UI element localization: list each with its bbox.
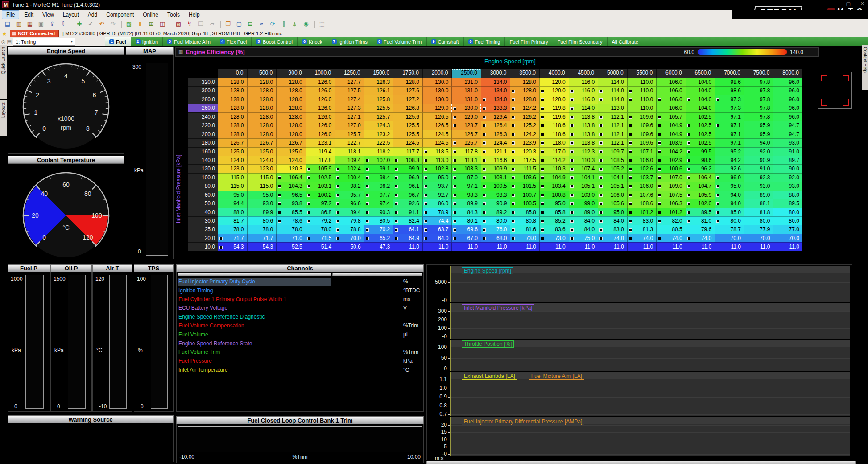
efficiency-cell[interactable]: 116.0 xyxy=(569,78,598,86)
efficiency-cell[interactable]: 75.0 xyxy=(569,234,598,242)
efficiency-cell[interactable]: 103.1 xyxy=(481,173,510,182)
row-header[interactable]: 240.0 xyxy=(188,112,218,121)
efficiency-cell[interactable]: 89.5 xyxy=(773,199,802,207)
efficiency-cell[interactable]: 94.7 xyxy=(773,121,802,129)
efficiency-cell[interactable]: 115.0 xyxy=(218,173,247,182)
menu-edit[interactable]: Edit xyxy=(20,11,37,19)
efficiency-cell[interactable]: 84.0 xyxy=(598,216,627,225)
tab-fuel-timing[interactable]: 0Fuel Timing xyxy=(464,37,505,46)
menu-add[interactable]: Add xyxy=(84,11,101,19)
efficiency-cell[interactable]: 128.0 xyxy=(218,86,247,95)
efficiency-cell[interactable]: 102.5 xyxy=(686,121,715,129)
efficiency-cell[interactable]: 93.7 xyxy=(422,182,452,190)
efficiency-cell[interactable]: 116.0 xyxy=(569,86,598,95)
efficiency-cell[interactable]: 81.7 xyxy=(218,216,247,225)
efficiency-cell[interactable]: 89.7 xyxy=(773,156,802,164)
efficiency-cell[interactable]: 128.0 xyxy=(218,78,247,86)
efficiency-cell[interactable]: 124.4 xyxy=(481,138,510,147)
efficiency-cell[interactable]: 86.8 xyxy=(306,208,335,216)
efficiency-cell[interactable]: 99.0 xyxy=(569,199,598,207)
efficiency-cell[interactable]: 125.6 xyxy=(393,112,422,121)
efficiency-cell[interactable]: 107.1 xyxy=(627,147,657,156)
channel-row[interactable]: Fuel Cylinder 1 Primary Output Pulse Wid… xyxy=(177,295,424,304)
efficiency-cell[interactable]: 126.1 xyxy=(364,86,393,95)
row-header[interactable]: 280.0 xyxy=(188,95,218,104)
efficiency-cell[interactable]: 69.6 xyxy=(451,225,481,233)
efficiency-cell[interactable]: 125.2 xyxy=(510,121,539,129)
channel-row[interactable]: Fuel Volumeµl xyxy=(177,331,424,339)
row-header[interactable]: 50.0 xyxy=(188,199,218,207)
efficiency-cell[interactable]: 112.1 xyxy=(598,112,627,121)
channel-row[interactable]: Fuel Volume Trim%Trim xyxy=(177,348,424,356)
efficiency-cell[interactable]: 64.9 xyxy=(393,234,422,242)
efficiency-cell[interactable]: 109.9 xyxy=(481,164,510,173)
row-header[interactable]: 200.0 xyxy=(188,130,218,138)
row-header[interactable]: 40.0 xyxy=(188,208,218,216)
efficiency-cell[interactable]: 107.5 xyxy=(656,191,686,199)
efficiency-cell[interactable]: 109.7 xyxy=(598,147,627,156)
row-header[interactable]: 220.0 xyxy=(188,121,218,129)
efficiency-cell[interactable]: 113.8 xyxy=(569,138,598,147)
efficiency-cell[interactable]: 97.8 xyxy=(744,78,773,86)
efficiency-cell[interactable]: 96.0 xyxy=(773,78,802,86)
close-button[interactable]: ✕ xyxy=(860,1,864,7)
diagnostics-icon[interactable]: ▨ xyxy=(174,20,183,28)
efficiency-cell[interactable]: 124.0 xyxy=(247,156,277,164)
menu-file[interactable]: File xyxy=(2,10,19,19)
efficiency-cell[interactable]: 96.0 xyxy=(773,95,802,104)
efficiency-cell[interactable]: 97.8 xyxy=(744,112,773,121)
efficiency-cell[interactable]: 117.8 xyxy=(306,156,335,164)
efficiency-cell[interactable]: 73.0 xyxy=(510,234,539,242)
channel-row[interactable]: Fuel Injector Primary Duty Cycle% xyxy=(177,278,424,286)
efficiency-cell[interactable]: 97.8 xyxy=(744,104,773,112)
efficiency-cell[interactable]: 47.3 xyxy=(364,242,393,251)
efficiency-cell[interactable]: 84.3 xyxy=(451,208,481,216)
efficiency-cell[interactable]: 115.0 xyxy=(247,173,277,182)
efficiency-cell[interactable]: 94.7 xyxy=(773,130,802,138)
efficiency-cell[interactable]: 11.0 xyxy=(715,242,744,251)
efficiency-cell[interactable]: 64.1 xyxy=(393,225,422,233)
efficiency-cell[interactable]: 112.1 xyxy=(598,121,627,129)
tab-fuel-mixture-aim[interactable]: 3Fuel Mixture Aim xyxy=(163,37,215,46)
efficiency-cell[interactable]: 107.6 xyxy=(627,191,657,199)
efficiency-cell[interactable]: 98.6 xyxy=(715,78,744,86)
col-header[interactable]: 3500.0 xyxy=(510,69,539,78)
efficiency-cell[interactable]: 65.2 xyxy=(364,234,393,242)
efficiency-cell[interactable]: 80.0 xyxy=(773,216,802,225)
efficiency-cell[interactable]: 52.5 xyxy=(276,242,306,251)
efficiency-cell[interactable]: 80.6 xyxy=(247,216,277,225)
efficiency-cell[interactable]: 100.6 xyxy=(656,164,686,173)
efficiency-cell[interactable]: 89.4 xyxy=(335,208,364,216)
efficiency-cell[interactable]: 102.4 xyxy=(335,164,364,173)
efficiency-cell[interactable]: 134.0 xyxy=(481,86,510,95)
efficiency-cell[interactable]: 90.9 xyxy=(481,199,510,207)
efficiency-cell[interactable]: 128.0 xyxy=(276,95,306,104)
efficiency-cell[interactable]: 100.4 xyxy=(335,173,364,182)
efficiency-cell[interactable]: 105.9 xyxy=(306,164,335,173)
efficiency-cell[interactable]: 104.2 xyxy=(656,147,686,156)
efficiency-cell[interactable]: 77.0 xyxy=(773,225,802,233)
efficiency-cell[interactable]: 97.1 xyxy=(451,182,481,190)
efficiency-cell[interactable]: 103.4 xyxy=(539,182,569,190)
efficiency-cell[interactable]: 11.0 xyxy=(510,242,539,251)
efficiency-cell[interactable]: 114.0 xyxy=(598,95,627,104)
efficiency-cell[interactable]: 123.0 xyxy=(218,164,247,173)
channel-row[interactable]: Fuel PressurekPa xyxy=(177,357,424,365)
efficiency-cell[interactable]: 128.0 xyxy=(218,130,247,138)
efficiency-cell[interactable]: 109.0 xyxy=(656,182,686,190)
tab-ignition[interactable]: 2Ignition xyxy=(131,37,163,46)
efficiency-cell[interactable]: 96.2 xyxy=(364,182,393,190)
efficiency-cell[interactable]: 126.7 xyxy=(276,138,306,147)
efficiency-cell[interactable]: 104.1 xyxy=(569,173,598,182)
channel-row[interactable]: Engine Speed Reference State xyxy=(177,340,424,348)
efficiency-cell[interactable]: 88.0 xyxy=(773,191,802,199)
efficiency-cell[interactable]: 78.0 xyxy=(306,225,335,233)
col-header[interactable]: 6500.0 xyxy=(686,69,715,78)
tab-boost-control[interactable]: 5Boost Control xyxy=(252,37,298,46)
efficiency-cell[interactable]: 114.0 xyxy=(598,78,627,86)
efficiency-cell[interactable]: 11.0 xyxy=(539,242,569,251)
efficiency-cell[interactable]: 70.0 xyxy=(715,234,744,242)
col-header[interactable]: 5000.0 xyxy=(598,69,627,78)
efficiency-cell[interactable]: 106.0 xyxy=(656,86,686,95)
efficiency-cell[interactable]: 130.0 xyxy=(422,95,452,104)
